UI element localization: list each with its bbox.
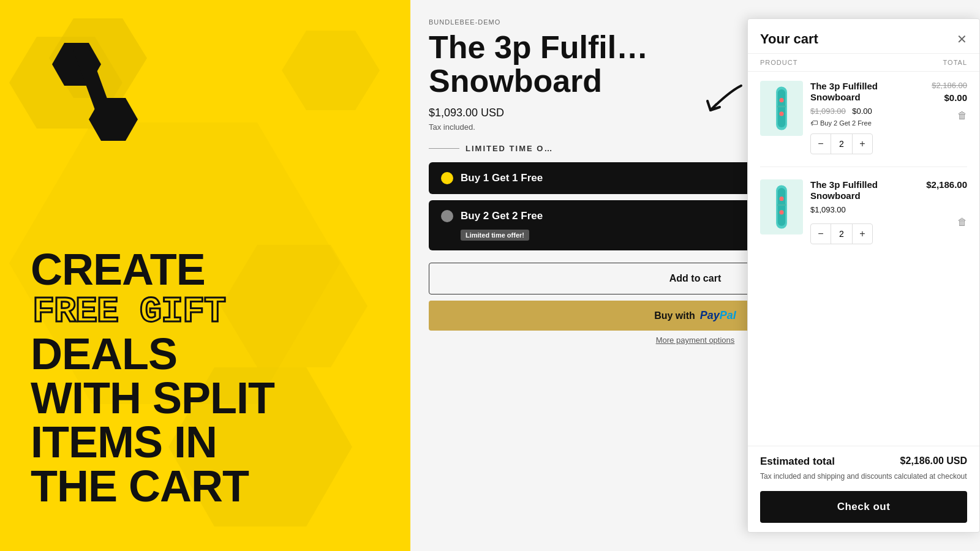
estimated-total-label: Estimated total: [760, 455, 835, 468]
qty-control: − 2 +: [810, 223, 873, 244]
cart-item-price: $1,093.00: [810, 205, 846, 214]
cart-item-original-price: $1,093.00: [810, 107, 846, 116]
right-panel: BUNDLEBEE-DEMO The 3p Fulfil…Snowboard $…: [410, 0, 980, 551]
headline-line5: ITEMS IN: [31, 420, 380, 464]
cart-item-image: [760, 179, 803, 234]
svg-rect-10: [778, 89, 785, 127]
headline-line6: THE CART: [31, 464, 380, 508]
delete-item-button[interactable]: 🗑: [957, 110, 967, 121]
headline: CREATE FREE GIFT DEALS WITH SPLIT ITEMS …: [31, 247, 380, 508]
svg-rect-13: [777, 106, 786, 108]
estimated-total-note: Tax included and shipping and discounts …: [760, 471, 967, 482]
cart-item-name: The 3p Fulfilled Snowboard: [810, 179, 919, 201]
headline-line2: FREE GIFT: [31, 291, 380, 332]
cart-item-deal: 🏷 Buy 2 Get 2 Free: [810, 119, 924, 127]
percent-icon: [37, 37, 159, 149]
paypal-logo: PayPal: [700, 309, 736, 322]
cart-footer: Estimated total $2,186.00 USD Tax includ…: [748, 446, 979, 532]
qty-control: − 2 +: [810, 133, 873, 154]
estimated-total-amount: $2,186.00 USD: [900, 455, 967, 467]
left-panel: CREATE FREE GIFT DEALS WITH SPLIT ITEMS …: [0, 0, 410, 551]
qty-value: 2: [831, 224, 853, 244]
col-product: PRODUCT: [760, 59, 797, 66]
cart-items-list: The 3p Fulfilled Snowboard $1,093.00 $0.…: [748, 72, 979, 446]
item-price-sale: $0.00: [944, 92, 967, 103]
qty-decrease-button[interactable]: −: [811, 224, 831, 244]
cart-item-sale-price: $0.00: [852, 107, 872, 116]
headline-line4: WITH SPLIT: [31, 376, 380, 420]
qty-decrease-button[interactable]: −: [811, 134, 831, 154]
svg-point-16: [779, 197, 783, 201]
estimated-total: Estimated total $2,186.00 USD: [760, 455, 967, 468]
qty-value: 2: [831, 134, 853, 154]
svg-rect-18: [777, 204, 786, 206]
buy-with-text: Buy with: [654, 310, 695, 321]
headline-line1: CREATE: [31, 247, 380, 291]
deal-icon: 🏷: [810, 119, 818, 127]
cart-close-button[interactable]: ✕: [957, 32, 967, 47]
col-total: TOTAL: [943, 59, 967, 66]
svg-point-17: [779, 210, 783, 214]
svg-marker-4: [282, 31, 380, 110]
cart-item: The 3p Fulfilled Snowboard $1,093.00 − 2…: [760, 179, 967, 257]
offer2-badge: Limited time offer!: [461, 230, 529, 241]
svg-point-11: [779, 98, 783, 102]
cart-item-price-right: $2,186.00 🗑: [926, 179, 967, 244]
limited-time-text: LIMITED TIME O…: [466, 144, 553, 153]
cart-header: Your cart ✕: [748, 19, 979, 54]
qty-increase-button[interactable]: +: [853, 224, 872, 244]
cart-title: Your cart: [760, 31, 818, 47]
cart-item-image: [760, 81, 803, 136]
cart-item-details: The 3p Fulfilled Snowboard $1,093.00 − 2…: [810, 179, 919, 244]
cart-item-details: The 3p Fulfilled Snowboard $1,093.00 $0.…: [810, 81, 924, 154]
checkout-button[interactable]: Check out: [760, 491, 967, 523]
deal-tag: Buy 2 Get 2 Free: [820, 119, 872, 127]
cart-item-name: The 3p Fulfilled Snowboard: [810, 81, 924, 103]
cart-panel: Your cart ✕ PRODUCT TOTAL: [747, 18, 980, 533]
item-price-strikethrough: $2,186.00: [932, 81, 967, 90]
cart-item: The 3p Fulfilled Snowboard $1,093.00 $0.…: [760, 81, 967, 167]
qty-increase-button[interactable]: +: [853, 134, 872, 154]
offer2-radio: [441, 210, 453, 222]
svg-rect-15: [778, 188, 785, 226]
item-price-normal: $2,186.00: [926, 179, 967, 190]
offer1-radio: [441, 172, 453, 184]
offer2-label: Buy 2 Get 2 Free: [461, 210, 543, 222]
offer1-label: Buy 1 Get 1 Free: [461, 172, 543, 184]
delete-item-button[interactable]: 🗑: [957, 217, 967, 228]
headline-line3: DEALS: [31, 332, 380, 376]
cart-column-headers: PRODUCT TOTAL: [748, 54, 979, 72]
cart-item-price-right: $2,186.00 $0.00 🗑: [932, 81, 967, 154]
svg-point-12: [779, 111, 783, 116]
